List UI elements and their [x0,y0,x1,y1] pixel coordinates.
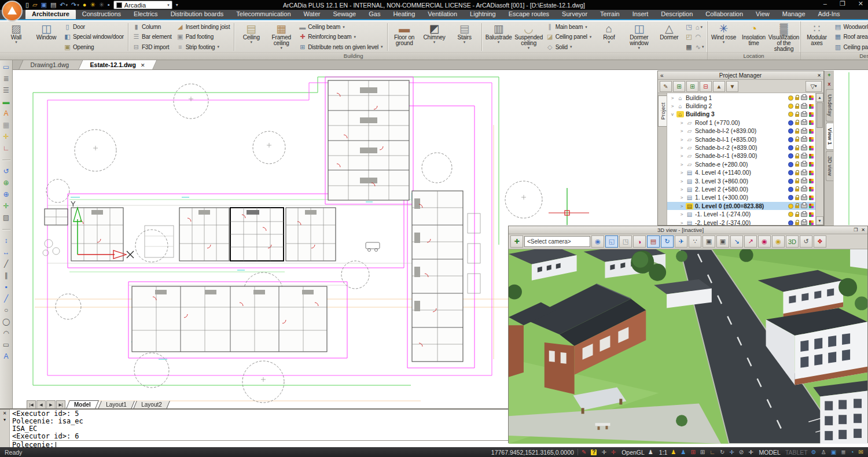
solar-panel-icon[interactable]: ▦ ▾ [685,42,692,51]
ribbon-tab[interactable]: Lightning [464,9,502,19]
new-file-icon[interactable]: ▯ ▾ [24,1,30,9]
print-icon[interactable] [801,129,807,134]
ribbon-tab[interactable]: Terrain [594,9,626,19]
tree-item[interactable]: > ▤ 4. Level 4 (+1140.00) [667,169,815,177]
add-view-button[interactable]: + [825,71,834,79]
tablet-label[interactable]: TABLET [784,449,808,456]
layers-manager-icon[interactable]: ≣ [1,73,12,84]
ribbon-button[interactable]: ⌂ Roof ▾ [594,22,624,52]
filter-icon[interactable]: ▽▾ [806,81,822,92]
ribbon-button[interactable]: ▥ Balustrade ▾ [484,22,514,52]
otrack-icon[interactable]: ⊘ [739,449,745,455]
lock-icon[interactable] [795,205,799,208]
ribbon-tab[interactable]: Insert [626,9,655,19]
lock-icon[interactable] [795,122,799,125]
visibility-bulb-icon[interactable] [788,137,793,142]
ribbon-button[interactable]: △ Dormer ▾ [654,22,684,52]
line-icon[interactable]: ╱ [1,258,12,270]
view-tab[interactable]: 3D view [826,151,833,181]
ribbon-tab[interactable]: Surveyor [556,9,594,19]
ribbon-tab[interactable]: Manage [776,9,812,19]
redo-icon[interactable]: ↷ ▾ [70,1,80,9]
snow-guard-icon[interactable]: ∿ ▾ [695,42,705,51]
expand-chevron-icon[interactable]: > [679,212,684,217]
visibility-bulb-icon[interactable] [788,145,793,150]
ribbon-button[interactable]: ◩ Chimney ▾ [420,22,450,52]
palette-icon[interactable] [809,162,814,167]
lock-icon[interactable] [795,139,799,142]
ribbon-button[interactable]: ∷ Modular axes ▾ [802,22,832,52]
expand-chevron-icon[interactable]: > [679,145,684,150]
zoom-in-icon[interactable]: ⊕ [1,177,12,189]
properties-list-icon[interactable]: ☰ [1,84,12,96]
next-layout-icon[interactable]: ▶ [46,400,56,409]
add-camera-icon[interactable]: ✚ [510,235,523,248]
expand-chevron-icon[interactable]: > [679,120,684,126]
dyn-input-icon[interactable]: ✛ [748,449,754,455]
print-icon[interactable] [801,204,807,208]
snap-grid-icon[interactable]: ⊞ [690,449,696,455]
add-building-icon[interactable]: ⊞ [673,81,685,92]
orbit-icon[interactable]: ↻ [661,235,674,248]
notes-icon[interactable]: ▬ [1,96,12,108]
visibility-bulb-icon[interactable] [788,95,793,101]
grid-icon[interactable]: ▦ [1,119,12,131]
ribbon-tab[interactable]: Ventilation [421,9,464,19]
osnap-icon[interactable]: ✛ [729,449,735,455]
rectangle-icon[interactable]: ▭ [1,339,12,351]
palette-icon[interactable] [809,104,814,109]
palette-icon[interactable] [809,212,814,217]
ribbon-button[interactable]: ◡ Suspended ceiling ▾ [514,22,544,52]
restore-window-icon[interactable]: ❐ [854,227,858,233]
scale-person-icon[interactable]: ♟ [648,449,654,455]
visibility-bulb-icon[interactable] [788,112,793,117]
lock-icon[interactable] [795,164,799,167]
mesh-3d-icon[interactable]: ❖ [814,235,826,248]
add-level-icon[interactable]: ⊞ [686,81,698,92]
layout-tab[interactable]: Layout1 [98,401,134,409]
dim-horizontal-icon[interactable]: ↔ [1,246,12,258]
bulb-icon[interactable]: ● ▾ [82,1,88,9]
close-panel-icon[interactable]: ✕ [817,73,821,78]
ribbon-button[interactable]: ▣ Pad footing ▾ [175,32,231,42]
save-view-icon[interactable]: ▣ [703,235,715,248]
close-button[interactable]: ✕ [858,0,863,8]
export-3d-icon[interactable]: ↗ [744,235,757,248]
ribbon-button[interactable]: ◔ Insolation time ▾ [739,22,769,52]
new-view-icon[interactable]: ◱ [605,235,618,248]
ribbon-button[interactable]: ▮ Column ▾ [131,23,173,32]
freeze-icon[interactable]: ✳ ▾ [98,1,105,9]
lock-icon[interactable] [795,131,799,134]
visibility-bulb-icon[interactable] [788,153,793,159]
tab-project[interactable]: Project [658,95,667,127]
ribbon-button[interactable]: ✚ Reinforcing beam ▾ [297,32,384,42]
screen-icon[interactable]: ▣ [831,449,837,455]
print-icon[interactable] [801,187,807,191]
ribbon-button[interactable]: ▯ Door ▾ [62,23,125,32]
tool-button[interactable] [1,223,12,235]
ribbon-button[interactable]: ≡ Strip footing ▾ [175,42,231,51]
palette-icon[interactable] [809,146,814,150]
status-toggle[interactable] [578,449,578,455]
ribbon-button[interactable]: ▤ Stairs ▾ [450,22,480,52]
palette-icon[interactable] [809,171,814,175]
arcadia-logo-icon[interactable] [2,1,23,21]
visibility-bulb-icon[interactable] [788,220,793,225]
ribbon-tab[interactable]: Sewage [326,9,362,19]
tree-item[interactable]: v ⌂ Building 3 [667,110,815,119]
ribbon-tab[interactable]: Gas [362,9,387,19]
print-icon[interactable] [801,112,807,117]
camera-pin-icon[interactable]: ◉ [591,235,604,248]
ribbon-button[interactable]: ▦ Roof area count ▾ [833,32,868,42]
roof-accessory-icon[interactable]: ⌂ ▾ [695,23,705,32]
ribbon-tab[interactable]: Constructions [76,9,127,19]
print-icon[interactable] [801,162,807,167]
polar-tracking-icon[interactable]: ↻ [720,449,726,455]
ribbon-tab[interactable]: Electrics [127,9,164,19]
delete-level-icon[interactable]: ⊟ [700,81,712,92]
lock-icon[interactable] [795,172,799,175]
visibility-bulb-icon[interactable] [788,120,793,126]
expand-chevron-icon[interactable]: > [679,187,684,192]
last-layout-icon[interactable]: ▶| [56,400,65,409]
export-view-icon[interactable]: ↘ [730,235,743,248]
